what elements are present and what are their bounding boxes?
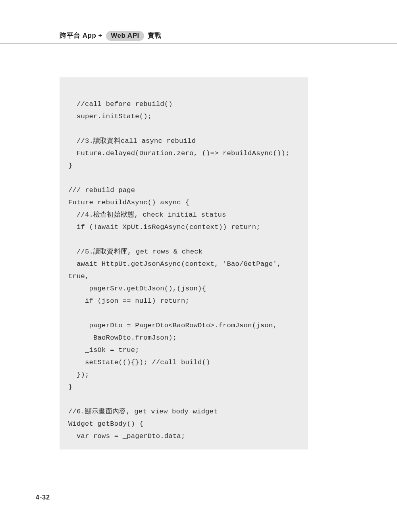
running-header: 跨平台 App + Web API 實戰 <box>60 31 162 41</box>
header-prefix: 跨平台 <box>60 32 81 39</box>
header-pill: Web API <box>106 31 144 41</box>
code-block: //call before rebuild() super.initState(… <box>60 77 308 449</box>
code-content: //call before rebuild() super.initState(… <box>68 98 299 442</box>
header-app-label: App <box>83 32 96 39</box>
header-divider <box>0 43 397 44</box>
header-suffix: 實戰 <box>148 32 162 39</box>
page-number: 4-32 <box>36 494 50 501</box>
header-plus: + <box>98 32 102 39</box>
document-page: 跨平台 App + Web API 實戰 //call before rebui… <box>0 0 397 532</box>
